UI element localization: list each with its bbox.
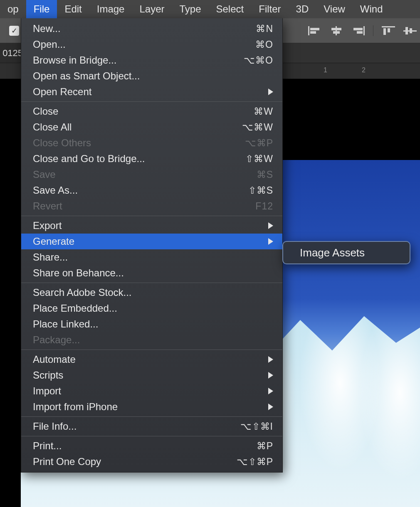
chevron-right-icon — [268, 356, 273, 363]
menu-item-generate[interactable]: Generate — [21, 234, 282, 249]
menu-item-print[interactable]: Print...⌘P — [21, 438, 282, 454]
align-left-icon[interactable] — [308, 26, 321, 35]
menu-item-label: Export — [33, 220, 264, 231]
menu-item-label: Share... — [33, 251, 273, 263]
menu-item-label: Browse in Bridge... — [33, 54, 223, 66]
svg-rect-11 — [388, 28, 390, 32]
menu-item-shortcut: ⌘P — [223, 441, 273, 452]
menu-separator — [21, 216, 282, 216]
svg-rect-9 — [382, 26, 395, 27]
menu-item-label: Print... — [33, 440, 223, 452]
menubar-item-image[interactable]: Image — [89, 0, 132, 18]
menu-item-package: Package... — [21, 332, 282, 348]
menu-item-shortcut: ⌘N — [223, 23, 273, 34]
menu-item-shortcut: ⇧⌘S — [223, 185, 273, 196]
menu-item-label: New... — [33, 23, 223, 34]
svg-rect-13 — [405, 27, 408, 34]
chevron-right-icon — [268, 89, 273, 95]
svg-rect-4 — [331, 28, 341, 30]
menu-separator — [21, 436, 282, 436]
menu-item-open-recent[interactable]: Open Recent — [21, 84, 282, 100]
menu-item-label: Print One Copy — [33, 456, 223, 468]
menu-item-label: Search Adobe Stock... — [33, 287, 273, 298]
menubar: opFileEditImageLayerTypeSelectFilter3DVi… — [0, 0, 420, 18]
menu-item-print-one-copy[interactable]: Print One Copy⌥⇧⌘P — [21, 454, 282, 470]
menu-item-label: Close and Go to Bridge... — [33, 153, 223, 165]
submenu-item-image-assets[interactable]: Image Assets — [283, 244, 410, 262]
menu-item-shortcut: ⇧⌘W — [223, 153, 273, 165]
svg-rect-10 — [383, 28, 386, 35]
menu-item-label: Open... — [33, 39, 223, 50]
menu-item-label: Import — [33, 385, 264, 397]
menu-item-save-as[interactable]: Save As...⇧⌘S — [21, 182, 282, 198]
align-right-icon[interactable] — [351, 26, 365, 35]
menu-item-label: Close Others — [33, 137, 223, 149]
align-top-icon[interactable] — [382, 26, 395, 35]
ruler-mark: 2 — [362, 66, 366, 74]
align-center-h-icon[interactable] — [330, 26, 343, 35]
menubar-item-filter[interactable]: Filter — [251, 0, 288, 18]
menu-item-label: Save As... — [33, 185, 223, 196]
align-icons-group — [308, 18, 420, 43]
menu-item-label: Generate — [33, 236, 264, 247]
svg-rect-5 — [333, 31, 340, 34]
menu-item-label: Import from iPhone — [33, 401, 264, 413]
file-menu-dropdown: New...⌘NOpen...⌘OBrowse in Bridge...⌥⌘OO… — [21, 18, 283, 473]
svg-rect-3 — [336, 26, 337, 35]
menu-item-import-from-iphone[interactable]: Import from iPhone — [21, 399, 282, 415]
chevron-right-icon — [268, 372, 273, 379]
menu-item-shortcut: ⌥⌘O — [223, 55, 273, 66]
toolbar-checkbox[interactable]: ✓ — [9, 26, 19, 36]
menu-item-label: Automate — [33, 354, 264, 365]
menubar-item-layer[interactable]: Layer — [132, 0, 172, 18]
menu-item-label: Save — [33, 169, 223, 180]
menubar-item-wind[interactable]: Wind — [353, 0, 390, 18]
align-center-v-icon[interactable] — [403, 26, 417, 35]
menu-item-place-embedded[interactable]: Place Embedded... — [21, 300, 282, 316]
menu-item-label: Open as Smart Object... — [33, 70, 273, 82]
menu-item-shortcut: ⌥⌘P — [223, 138, 273, 149]
menu-item-shortcut: ⌥⇧⌘I — [223, 421, 273, 432]
menu-item-browse-in-bridge[interactable]: Browse in Bridge...⌥⌘O — [21, 52, 282, 68]
menu-item-label: File Info... — [33, 421, 223, 432]
menu-item-new[interactable]: New...⌘N — [21, 21, 282, 37]
svg-rect-14 — [410, 28, 412, 33]
menu-item-label: Package... — [33, 334, 273, 346]
menu-item-close[interactable]: Close⌘W — [21, 103, 282, 119]
menu-item-shortcut: F12 — [223, 201, 273, 212]
chevron-right-icon — [268, 404, 273, 410]
menu-item-label: Close All — [33, 121, 223, 133]
menu-item-save: Save⌘S — [21, 167, 282, 182]
menu-item-open-as-smart-object[interactable]: Open as Smart Object... — [21, 68, 282, 84]
menu-item-shortcut: ⌘S — [223, 169, 273, 180]
menu-item-share[interactable]: Share... — [21, 249, 282, 265]
menubar-item-3d[interactable]: 3D — [289, 0, 316, 18]
menu-item-scripts[interactable]: Scripts — [21, 367, 282, 383]
menu-separator — [21, 101, 282, 102]
svg-rect-2 — [310, 31, 316, 34]
menu-item-close-and-go-to-bridge[interactable]: Close and Go to Bridge...⇧⌘W — [21, 151, 282, 167]
menu-item-import[interactable]: Import — [21, 383, 282, 399]
menubar-item-type[interactable]: Type — [172, 0, 208, 18]
menu-item-revert: RevertF12 — [21, 198, 282, 214]
menu-item-label: Place Linked... — [33, 318, 273, 330]
menu-item-file-info[interactable]: File Info...⌥⇧⌘I — [21, 418, 282, 434]
menubar-item-edit[interactable]: Edit — [57, 0, 89, 18]
menu-item-close-all[interactable]: Close All⌥⌘W — [21, 119, 282, 135]
menu-item-automate[interactable]: Automate — [21, 352, 282, 367]
svg-rect-1 — [310, 28, 319, 30]
svg-rect-8 — [357, 31, 363, 34]
menubar-item-op[interactable]: op — [0, 0, 26, 18]
menu-separator — [21, 349, 282, 350]
menu-item-share-on-behance[interactable]: Share on Behance... — [21, 265, 282, 281]
menubar-item-file[interactable]: File — [26, 0, 57, 18]
menubar-item-select[interactable]: Select — [209, 0, 252, 18]
menu-item-place-linked[interactable]: Place Linked... — [21, 316, 282, 332]
menu-item-search-adobe-stock[interactable]: Search Adobe Stock... — [21, 285, 282, 300]
menubar-item-view[interactable]: View — [316, 0, 353, 18]
menu-item-open[interactable]: Open...⌘O — [21, 37, 282, 52]
menu-item-label: Open Recent — [33, 86, 264, 98]
menu-item-shortcut: ⌥⇧⌘P — [223, 456, 273, 468]
menu-separator — [21, 416, 282, 417]
menu-item-export[interactable]: Export — [21, 218, 282, 234]
